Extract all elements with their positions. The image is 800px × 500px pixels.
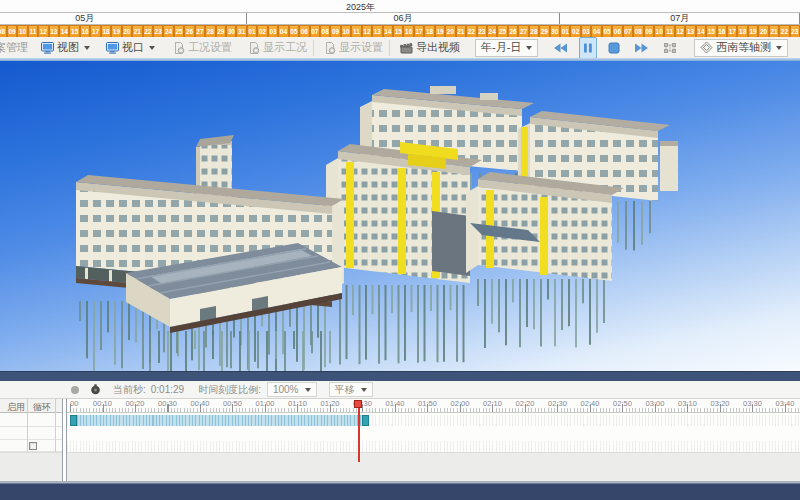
date-format-combo-label: 年-月-日 [481,40,521,55]
stop-icon [608,42,620,54]
building-model [0,61,800,371]
track-panel-divider[interactable] [62,399,67,481]
panel-splitter[interactable] [0,371,800,381]
month-header: 07月 [560,13,800,24]
chevron-down-icon [84,46,90,50]
monitor-icon [41,42,54,54]
ruler-tick-label: 00:50 [223,399,242,408]
stopwatch-icon[interactable] [90,384,101,395]
ruler-tick-label: 02:10 [483,399,502,408]
export-video-button-label: 导出视频 [416,40,460,55]
ruler-tick-label: 00 [70,399,78,408]
pause-icon [583,42,593,54]
chevron-down-icon [305,388,311,392]
time-ruler[interactable]: 0000:1000:2000:3000:4000:5001:0001:1001:… [66,399,800,413]
building-center [326,142,482,283]
export-video-button[interactable]: 导出视频 [397,39,463,57]
clapperboard-icon [400,42,413,54]
chevron-down-icon [526,46,532,50]
main-toolbar: 方案管理视图视口工况设置显示工况显示设置导出视频年-月-日西南等轴测 [0,37,800,58]
ruler-tick-label: 02:00 [451,399,470,408]
track-list [0,413,62,452]
ruler-tick-label: 03:40 [776,399,795,408]
time-scale-combo[interactable]: 100% [267,382,317,397]
timeline-toolbar: 当前秒: 0:01:29 时间刻度比例: 100% 平移 [0,381,800,399]
doc-gear-icon [248,42,260,54]
display-settings-button[interactable]: 显示设置 [321,39,386,57]
align-grid-button[interactable] [660,38,680,58]
time-scale-label: 时间刻度比例: [198,383,261,397]
ruler-tick-label: 02:20 [516,399,535,408]
doc-gear-icon [324,42,336,54]
show-work-condition-button[interactable]: 显示工况 [245,39,310,57]
clip-start-handle[interactable] [70,415,77,426]
clip-end-handle[interactable] [362,415,369,426]
doc-gear-icon [173,42,185,54]
pause-button[interactable] [579,37,597,58]
view-direction-combo[interactable]: 西南等轴测 [694,39,788,57]
pan-mode-combo[interactable]: 平移 [329,382,373,397]
playhead[interactable] [358,402,360,462]
viewport-button-label: 视口 [122,40,144,55]
toolbar-separator [313,40,314,56]
calendar-year-row: 2025年 [0,0,800,13]
ruler-tick-label: 00:30 [158,399,177,408]
month-header: 05月 [0,13,247,24]
chevron-down-icon [361,388,367,392]
ruler-tick-label: 01:50 [418,399,437,408]
gantt-calendar: 2025年 05月06月07月 080910111213141516171819… [0,0,800,37]
work-condition-settings-button-label: 工况设置 [188,40,232,55]
chevron-down-icon [776,46,782,50]
stop-button[interactable] [605,38,623,58]
ruler-tick-label: 02:50 [613,399,632,408]
ruler-tick-label: 01:40 [386,399,405,408]
calendar-month-row: 05月06月07月 [0,13,800,25]
view-button[interactable]: 视图 [38,39,93,57]
fast-forward-icon [634,42,649,54]
monitor-icon [106,42,119,54]
cube-icon [700,41,713,54]
ruler-tick-label: 00:40 [191,399,210,408]
current-second-label: 当前秒: [113,383,146,397]
viewport-3d[interactable] [0,61,800,371]
animation-clip-bar[interactable] [70,415,369,426]
ruler-tick-label: 02:40 [581,399,600,408]
bottom-status-bar [0,483,800,500]
toolbar-separator [389,40,390,56]
work-condition-settings-button[interactable]: 工况设置 [170,39,235,57]
month-header: 06月 [247,13,560,24]
viewport-button[interactable]: 视口 [103,39,158,57]
nodes-icon [663,42,677,54]
ruler-tick-label: 03:30 [743,399,762,408]
track-columns-header: 启用 循环 [0,399,62,413]
ruler-tick-label: 03:00 [646,399,665,408]
bim-simulation-app: 2025年 05月06月07月 080910111213141516171819… [0,0,800,500]
building-right [466,172,624,281]
ruler-tick-label: 01:20 [321,399,340,408]
animation-timeline-panel: 当前秒: 0:01:29 时间刻度比例: 100% 平移 启用 循环 0000: [0,381,800,483]
current-second-value: 0:01:29 [151,384,184,395]
rewind-icon [553,42,568,54]
ruler-tick-label: 01:10 [288,399,307,408]
playhead-handle[interactable] [354,400,362,408]
ruler-tick-label: 03:20 [711,399,730,408]
timeline-footer-area [0,452,800,481]
ruler-tick-label: 02:30 [548,399,567,408]
view-button-label: 视图 [57,40,79,55]
date-format-combo[interactable]: 年-月-日 [475,39,538,57]
loop-checkbox[interactable] [29,442,37,450]
ruler-tick-label: 03:10 [678,399,697,408]
record-icon[interactable] [70,385,80,395]
fast-forward-button[interactable] [631,38,652,58]
display-settings-button-label: 显示设置 [339,40,383,55]
ruler-tick-label: 00:20 [126,399,145,408]
show-work-condition-button-label: 显示工况 [263,40,307,55]
ruler-tick-label: 01:00 [256,399,275,408]
plan-management-label: 方案管理 [0,40,28,55]
ruler-tick-label: 00:10 [93,399,112,408]
chevron-down-icon [149,46,155,50]
view-direction-combo-label: 西南等轴测 [716,40,771,55]
rewind-button[interactable] [550,38,571,58]
track-area[interactable] [66,413,800,452]
